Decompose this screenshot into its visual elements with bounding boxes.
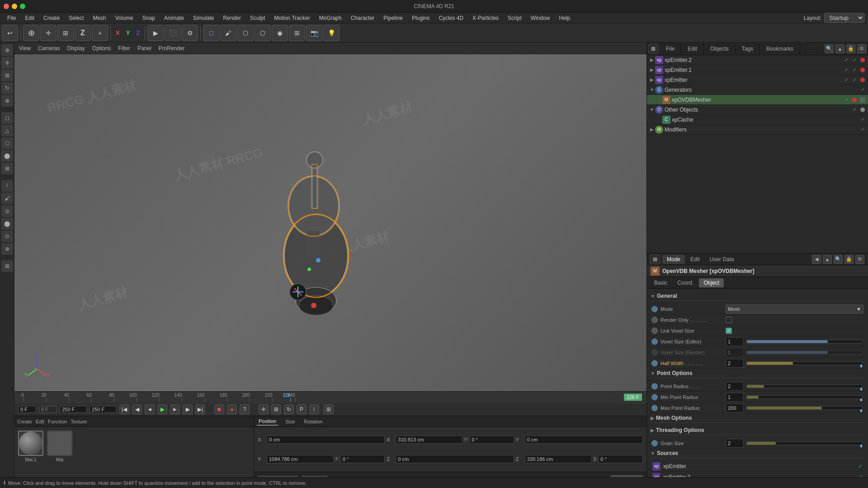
obj-row-xpemitter1[interactable]: ▶ xp xpEmitter.1 ✓ ✓: [647, 65, 868, 75]
snap-button[interactable]: ◉: [272, 25, 288, 41]
layout-dropdown[interactable]: Startup Standard: [824, 13, 864, 23]
menu-volume[interactable]: Volume: [112, 14, 137, 22]
menu-file[interactable]: File: [4, 14, 19, 22]
flag-red-xpemitter2[interactable]: [859, 56, 866, 64]
light-button[interactable]: 💡: [323, 25, 340, 41]
flag-check-otherobjects[interactable]: ✓: [851, 106, 858, 113]
prop-slider-minpointradius[interactable]: [746, 395, 863, 399]
obj-row-otherobjects[interactable]: ▼ O Other Objects ✓: [647, 105, 868, 115]
obj-settings-icon[interactable]: ⚙: [857, 44, 866, 53]
props-panel-icon[interactable]: ⊞: [650, 254, 660, 264]
render-settings-button[interactable]: ⚙: [182, 25, 198, 41]
props-settings-icon[interactable]: ⚙: [855, 255, 864, 264]
object-button[interactable]: ⬡: [237, 25, 254, 41]
menu-select[interactable]: Select: [65, 14, 87, 22]
obj-up-arrow-icon[interactable]: ▲: [835, 44, 844, 53]
perspective-button[interactable]: □: [203, 25, 219, 41]
left-tool-5[interactable]: ⊕: [1, 95, 13, 107]
left-tool-15[interactable]: ⊙: [1, 230, 13, 242]
close-button[interactable]: [4, 4, 9, 9]
prop-slider-voxelsize-editor[interactable]: [746, 340, 863, 343]
prop-dot-renderonly[interactable]: [651, 317, 658, 323]
flag-dot-otherobjects[interactable]: [859, 106, 866, 113]
left-tool-2[interactable]: ✛: [1, 57, 13, 69]
mat-texture-button[interactable]: Texture: [71, 419, 87, 424]
menu-cycles4d[interactable]: Cycles 4D: [435, 14, 467, 22]
obj-row-xpovdbmesher[interactable]: M xpOVDBMesher ✓: [647, 95, 868, 105]
expand-generators[interactable]: ▼: [649, 87, 655, 93]
flag-red-xpovdbmesher[interactable]: [851, 96, 858, 103]
prop-dropdown-mode[interactable]: Mesh ▼: [726, 305, 863, 314]
menu-script[interactable]: Script: [504, 14, 525, 22]
size-x-input[interactable]: [396, 436, 462, 444]
prop-slider-halfwidth[interactable]: [746, 361, 863, 365]
go-start-button[interactable]: |◀: [119, 404, 129, 414]
record-button[interactable]: ⏺: [214, 404, 224, 414]
menu-character[interactable]: Character: [347, 14, 378, 22]
left-tool-1[interactable]: ⊕: [1, 44, 13, 56]
rotate-mode-button[interactable]: ↻: [284, 404, 294, 414]
flag-check-generators[interactable]: ✓: [859, 86, 866, 94]
obj-tab-bookmarks[interactable]: Bookmarks: [760, 44, 800, 54]
prop-input-halfwidth[interactable]: [726, 359, 744, 368]
prop-dot-mode[interactable]: [651, 306, 658, 312]
vp-panel-button[interactable]: Panel: [136, 45, 153, 52]
prop-slider-voxelsize-render[interactable]: [746, 351, 863, 354]
obj-tab-tags[interactable]: Tags: [736, 44, 760, 54]
obj-tab-edit[interactable]: Edit: [681, 44, 704, 54]
menu-animate[interactable]: Animate: [160, 14, 188, 22]
left-tool-9[interactable]: ⬤: [1, 150, 13, 162]
auto-key-button[interactable]: ●: [227, 404, 237, 414]
go-end-button[interactable]: ▶|: [195, 404, 205, 414]
end-frame-input-2[interactable]: [60, 406, 87, 413]
expand-xpemitter1[interactable]: ▶: [649, 67, 655, 73]
expand-xpovdbmesher[interactable]: [656, 97, 662, 103]
select-tool-button[interactable]: ⊕: [23, 25, 39, 41]
prev-frame-button[interactable]: ◀: [132, 404, 142, 414]
size-z-input[interactable]: [525, 455, 592, 463]
section-general[interactable]: ▼ General: [651, 291, 864, 301]
prop-dot-maxpointradius[interactable]: [651, 405, 658, 411]
prop-input-voxelsize-render[interactable]: [726, 348, 744, 357]
size-y-input[interactable]: [267, 455, 334, 463]
left-tool-7[interactable]: △: [1, 125, 13, 136]
material-slot-1[interactable]: Mat.1: [18, 431, 43, 462]
timeline-view-button[interactable]: ⊞: [324, 404, 334, 414]
menu-motion-tracker[interactable]: Motion Tracker: [270, 14, 313, 22]
expand-xpemitter[interactable]: ▶: [649, 77, 655, 83]
menu-create[interactable]: Create: [40, 14, 63, 22]
menu-sculpt[interactable]: Sculpt: [246, 14, 269, 22]
props-tab-mode[interactable]: Mode: [662, 255, 685, 264]
expand-modifiers[interactable]: ▶: [649, 127, 655, 133]
flag-check2-xpemitter1[interactable]: ✓: [851, 66, 858, 74]
object2-button[interactable]: ⬡: [255, 25, 271, 41]
prop-check-renderonly[interactable]: [726, 317, 732, 323]
scale-tool-button[interactable]: ⊞: [57, 25, 74, 41]
maximize-button[interactable]: [20, 4, 25, 9]
prop-input-minpointradius[interactable]: [726, 393, 744, 402]
left-tool-17[interactable]: ⊞: [1, 260, 13, 272]
menu-help[interactable]: Help: [555, 14, 574, 22]
flag-grid-xpovdbmesher[interactable]: [859, 96, 866, 103]
left-tool-10[interactable]: ⊞: [1, 163, 13, 174]
menu-window[interactable]: Window: [527, 14, 554, 22]
coords-size-tab[interactable]: Size: [283, 418, 297, 425]
left-tool-8[interactable]: ⬡: [1, 137, 13, 149]
pos-z-input[interactable]: [396, 455, 514, 463]
flag-red-xpemitter1[interactable]: [859, 66, 866, 74]
prop-input-voxelsize-editor[interactable]: [726, 337, 744, 346]
menu-simulate[interactable]: Simulate: [189, 14, 218, 22]
source-xpemitter[interactable]: xp xpEmitter ✓: [651, 461, 864, 472]
left-tool-13[interactable]: ◎: [1, 205, 13, 217]
transform-tool-button[interactable]: +: [92, 25, 108, 41]
next-keyframe-button[interactable]: ►: [170, 404, 180, 414]
undo-button[interactable]: ↩: [2, 25, 18, 41]
menu-mesh[interactable]: Mesh: [89, 14, 109, 22]
left-tool-12[interactable]: 🖌: [1, 192, 13, 204]
props-back-icon[interactable]: ◀: [812, 255, 821, 264]
prop-slider-pointradius[interactable]: [746, 385, 863, 388]
prop-dot-minpointradius[interactable]: [651, 394, 658, 400]
minimize-button[interactable]: [12, 4, 17, 9]
props-search-icon[interactable]: 🔍: [834, 255, 843, 264]
flag-check2-xpemitter[interactable]: ✓: [851, 76, 858, 84]
